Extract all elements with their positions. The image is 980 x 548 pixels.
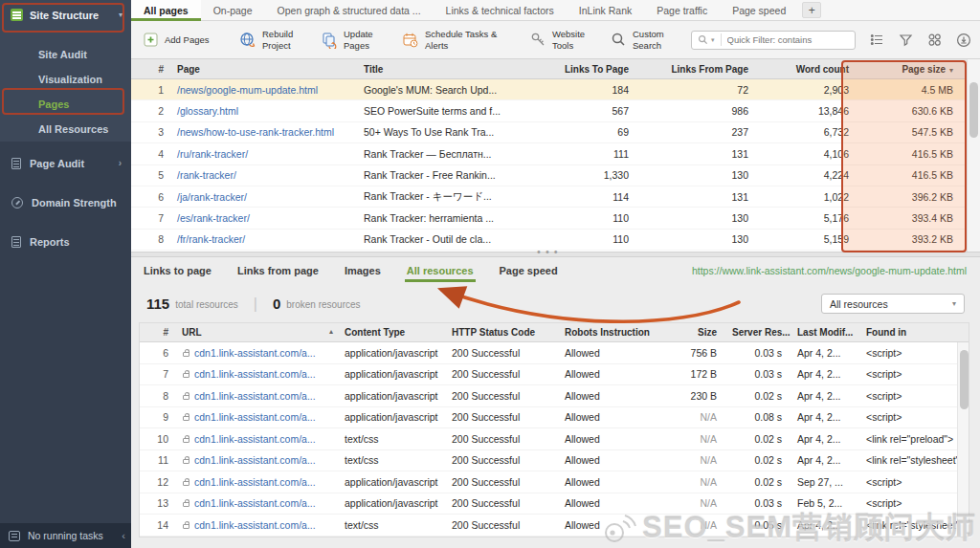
- detail-tab-page-speed[interactable]: Page speed: [500, 257, 558, 283]
- column-header-number[interactable]: #: [131, 64, 173, 75]
- resource-url[interactable]: cdn1.link-assistant.com/a...: [194, 411, 316, 423]
- table-row[interactable]: 1/news/google-mum-update.htmlGoogle's MU…: [131, 79, 967, 100]
- table-row[interactable]: 6cdn1.link-assistant.com/a...application…: [140, 342, 969, 364]
- scrollbar-thumb[interactable]: [960, 350, 969, 409]
- page-link[interactable]: /glossary.html: [177, 105, 238, 117]
- page-size: 547.5 KB: [862, 126, 967, 138]
- collapse-sidebar-icon[interactable]: ‹: [122, 530, 125, 541]
- table-row[interactable]: 14cdn1.link-assistant.com/a...text/css20…: [140, 515, 969, 537]
- add-workspace-tab-button[interactable]: +: [802, 2, 821, 18]
- pages-table-scrollbar[interactable]: [967, 59, 980, 252]
- detail-tab-images[interactable]: Images: [345, 257, 381, 283]
- column-header-page-size[interactable]: Page size▾: [862, 64, 967, 75]
- table-row[interactable]: 9cdn1.link-assistant.com/a...application…: [140, 407, 969, 429]
- selected-page-url-link[interactable]: https://www.link-assistant.com/news/goog…: [692, 257, 967, 283]
- resource-url[interactable]: cdn1.link-assistant.com/a...: [194, 347, 316, 359]
- splitter-handle-icon[interactable]: [537, 246, 559, 257]
- resource-url[interactable]: cdn1.link-assistant.com/a...: [194, 433, 316, 445]
- column-header-links-to-page[interactable]: Links To Page: [556, 64, 642, 75]
- quick-filter-input[interactable]: [727, 34, 849, 45]
- column-header-url[interactable]: URL▴: [178, 327, 341, 338]
- table-row[interactable]: 4/ru/rank-tracker/Rank Tracker — Бесплат…: [131, 143, 967, 164]
- sidebar-item-reports[interactable]: Reports: [0, 222, 131, 261]
- workspace-settings-icon[interactable]: [927, 33, 942, 47]
- update-pages-button[interactable]: Update Pages: [321, 29, 391, 51]
- schedule-tasks-button[interactable]: Schedule Tasks & Alerts: [402, 29, 503, 51]
- list-view-icon[interactable]: [870, 33, 884, 47]
- column-header-content-type[interactable]: Content Type: [341, 327, 448, 338]
- server-response-time: 0.03 s: [728, 347, 793, 359]
- tab-links-technical-factors[interactable]: Links & technical factors: [434, 0, 567, 20]
- column-header-http-status[interactable]: HTTP Status Code: [448, 327, 561, 338]
- resource-url[interactable]: cdn1.link-assistant.com/a...: [194, 454, 316, 466]
- column-header-page[interactable]: Page: [173, 64, 360, 75]
- word-count: 1,022: [762, 191, 862, 203]
- resources-table-scrollbar[interactable]: [957, 342, 969, 537]
- custom-search-button[interactable]: Custom Search: [611, 29, 680, 51]
- add-pages-button[interactable]: Add Pages: [143, 32, 212, 48]
- column-header-number[interactable]: #: [140, 327, 178, 338]
- tasks-icon: [9, 531, 20, 541]
- resource-url[interactable]: cdn1.link-assistant.com/a...: [194, 368, 316, 380]
- section-label: Page Audit: [30, 158, 84, 169]
- detail-tab-links-to-page[interactable]: Links to page: [144, 257, 212, 283]
- links-to-page: 567: [556, 105, 642, 117]
- detail-tab-all-resources[interactable]: All resources: [407, 257, 474, 283]
- resource-url[interactable]: cdn1.link-assistant.com/a...: [194, 519, 316, 531]
- table-row[interactable]: 8cdn1.link-assistant.com/a...application…: [140, 385, 969, 407]
- page-link[interactable]: /ja/rank-tracker/: [177, 191, 247, 203]
- page-link[interactable]: /rank-tracker/: [177, 169, 236, 181]
- tab-page-traffic[interactable]: Page traffic: [644, 0, 720, 20]
- column-header-server-response[interactable]: Server Res...: [728, 327, 793, 338]
- resource-url[interactable]: cdn1.link-assistant.com/a...: [194, 390, 316, 402]
- resources-filter-dropdown[interactable]: All resources ▾: [821, 294, 965, 314]
- website-tools-button[interactable]: Website Tools: [530, 29, 600, 51]
- detail-tab-links-from-page[interactable]: Links from page: [237, 257, 319, 283]
- table-row[interactable]: 12cdn1.link-assistant.com/a...applicatio…: [140, 471, 969, 493]
- page-link[interactable]: /es/rank-tracker/: [177, 212, 250, 224]
- rebuild-project-button[interactable]: Rebuild Project: [239, 29, 310, 51]
- page-link[interactable]: /news/google-mum-update.html: [177, 84, 318, 96]
- tab-all-pages[interactable]: All pages: [131, 0, 201, 20]
- table-row[interactable]: 5/rank-tracker/Rank Tracker - Free Ranki…: [131, 165, 967, 186]
- row-number: 12: [140, 476, 178, 488]
- table-row[interactable]: 3/news/how-to-use-rank-tracker.html50+ W…: [131, 122, 967, 143]
- column-header-word-count[interactable]: Word count: [762, 64, 862, 75]
- sidebar-item-pages[interactable]: Pages: [0, 92, 131, 117]
- table-row[interactable]: 2/glossary.htmlSEO PowerSuite terms and …: [131, 100, 967, 121]
- scrollbar-thumb[interactable]: [969, 82, 978, 138]
- column-header-robots[interactable]: Robots Instruction: [561, 327, 671, 338]
- sidebar-item-site-structure[interactable]: Site Structure ▾: [11, 9, 122, 21]
- tab-on-page[interactable]: On-page: [201, 0, 265, 20]
- resource-url-cell: cdn1.link-assistant.com/a...: [178, 519, 341, 531]
- filter-icon[interactable]: [899, 33, 913, 47]
- resource-url-cell: cdn1.link-assistant.com/a...: [178, 476, 341, 488]
- column-header-title[interactable]: Title: [360, 64, 556, 75]
- sidebar-item-site-audit[interactable]: Site Audit: [0, 42, 131, 67]
- page-link[interactable]: /ru/rank-tracker/: [177, 148, 248, 160]
- chevron-down-icon[interactable]: ▾: [711, 36, 715, 44]
- sidebar-item-all-resources[interactable]: All Resources: [0, 117, 131, 142]
- robots-instruction: Allowed: [561, 368, 671, 380]
- column-header-size[interactable]: Size: [671, 327, 728, 338]
- sidebar-item-domain-strength[interactable]: Domain Strength: [0, 183, 131, 222]
- tab-inlink-rank[interactable]: InLink Rank: [567, 0, 644, 20]
- sidebar-item-visualization[interactable]: Visualization: [0, 67, 131, 92]
- table-row[interactable]: 7/es/rank-tracker/Rank Tracker: herramie…: [131, 208, 967, 229]
- table-row[interactable]: 11cdn1.link-assistant.com/a...text/css20…: [140, 450, 969, 472]
- tab-open-graph[interactable]: Open graph & structured data ...: [265, 0, 434, 20]
- page-link[interactable]: /news/how-to-use-rank-tracker.html: [177, 126, 334, 138]
- column-header-links-from-page[interactable]: Links From Page: [642, 64, 762, 75]
- tab-page-speed[interactable]: Page speed: [720, 0, 798, 20]
- export-icon[interactable]: [956, 33, 971, 48]
- table-row[interactable]: 13cdn1.link-assistant.com/a...applicatio…: [140, 493, 969, 515]
- column-header-last-modified[interactable]: Last Modif...: [793, 327, 862, 338]
- table-row[interactable]: 10cdn1.link-assistant.com/a...text/css20…: [140, 428, 969, 450]
- resource-url[interactable]: cdn1.link-assistant.com/a...: [194, 497, 316, 509]
- column-header-found-in[interactable]: Found in: [862, 327, 969, 338]
- table-row[interactable]: 7cdn1.link-assistant.com/a...application…: [140, 364, 969, 386]
- resource-url[interactable]: cdn1.link-assistant.com/a...: [194, 476, 316, 488]
- sidebar-item-page-audit[interactable]: Page Audit ›: [0, 143, 131, 183]
- table-row[interactable]: 6/ja/rank-tracker/Rank Tracker - キーワード..…: [131, 186, 967, 208]
- page-link[interactable]: /fr/rank-tracker/: [177, 233, 245, 245]
